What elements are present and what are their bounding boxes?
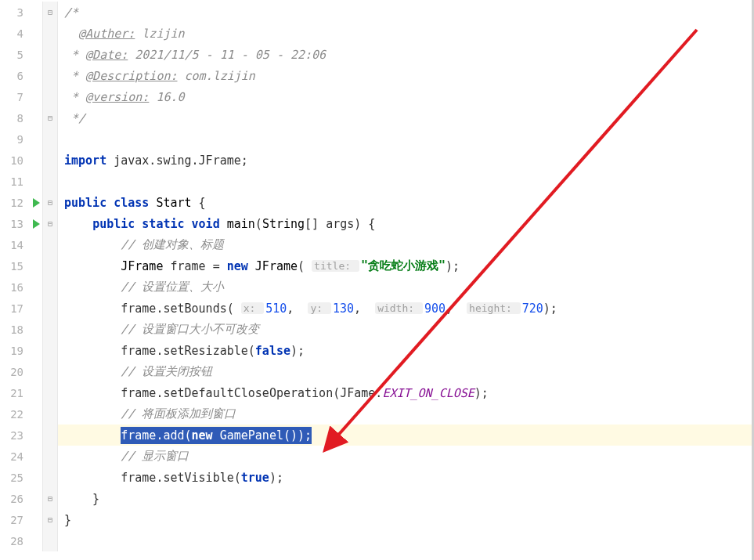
code-line[interactable]: // 显示窗口 xyxy=(58,446,754,467)
token: } xyxy=(64,492,99,506)
token: String xyxy=(262,217,305,231)
token: EXIT_ON_CLOSE xyxy=(382,386,474,400)
line-number: 12 xyxy=(0,197,30,209)
fold-gutter[interactable]: ⊟ xyxy=(42,488,58,509)
play-icon[interactable] xyxy=(33,198,40,208)
fold-icon[interactable]: ⊟ xyxy=(48,114,52,122)
fold-gutter[interactable]: ⊟ xyxy=(42,192,58,213)
token: ); xyxy=(543,302,557,316)
code-line[interactable]: frame.setVisible(true); xyxy=(58,467,754,488)
gutter-line: 21 xyxy=(0,382,58,403)
token: true xyxy=(241,471,269,485)
code-line[interactable]: // 创建对象、标题 xyxy=(58,234,754,255)
fold-icon[interactable]: ⊟ xyxy=(48,220,52,228)
text-selection[interactable]: frame.add(new GamePanel()); xyxy=(121,427,312,444)
token: JFrame xyxy=(255,259,298,273)
token: 130 xyxy=(333,302,354,316)
code-line[interactable]: } xyxy=(58,509,754,530)
fold-gutter[interactable]: ⊟ xyxy=(42,213,58,234)
code-editor[interactable]: 3⊟45678⊟9101112⊟13⊟141516171819202122232… xyxy=(0,0,754,560)
run-gutter-icon[interactable] xyxy=(30,198,42,208)
token xyxy=(64,344,121,358)
token: frame.add( xyxy=(121,428,191,443)
fold-gutter xyxy=(42,150,58,171)
code-line[interactable]: public static void main(String[] args) { xyxy=(58,213,754,234)
code-line[interactable]: // 设置关闭按钮 xyxy=(58,361,754,382)
token: new xyxy=(227,259,255,273)
token: } xyxy=(64,513,71,527)
code-line[interactable]: frame.setBounds( x: 510, y: 130, width: … xyxy=(58,298,754,319)
fold-gutter[interactable]: ⊟ xyxy=(42,2,58,23)
play-icon[interactable] xyxy=(33,219,40,229)
code-line[interactable]: frame.add(new GamePanel()); xyxy=(58,425,754,446)
code-area[interactable]: /* @Auther: lzijin * @Date: 2021/11/5 - … xyxy=(58,0,754,560)
token: // 将面板添加到窗口 xyxy=(121,406,236,421)
code-line[interactable]: } xyxy=(58,488,754,509)
fold-gutter xyxy=(42,65,58,86)
token xyxy=(64,450,121,464)
fold-icon[interactable]: ⊟ xyxy=(48,199,52,207)
gutter-line: 5 xyxy=(0,44,58,65)
fold-icon[interactable]: ⊟ xyxy=(48,9,52,16)
token: , xyxy=(354,302,375,316)
token: y: xyxy=(308,302,330,314)
code-line[interactable] xyxy=(58,171,754,192)
line-number: 17 xyxy=(0,302,30,315)
gutter-line: 27⊟ xyxy=(0,509,58,530)
run-gutter-icon[interactable] xyxy=(30,219,42,229)
code-line[interactable]: frame.setResizable(false); xyxy=(58,340,754,361)
fold-gutter xyxy=(42,446,58,467)
fold-gutter xyxy=(42,128,58,150)
token: @version: xyxy=(85,90,149,104)
line-number: 28 xyxy=(0,535,30,547)
fold-gutter xyxy=(42,86,58,107)
line-number: 3 xyxy=(0,6,30,19)
line-number: 18 xyxy=(0,323,30,336)
code-line[interactable]: @Auther: lzijin xyxy=(58,23,754,44)
fold-gutter xyxy=(42,382,58,403)
code-line[interactable] xyxy=(58,128,754,150)
code-line[interactable]: JFrame frame = new JFrame( title: "贪吃蛇小游… xyxy=(58,255,754,276)
gutter-line: 3⊟ xyxy=(0,2,58,23)
token: frame.setResizable( xyxy=(121,344,255,358)
gutter-line: 20 xyxy=(0,361,58,382)
line-number: 7 xyxy=(0,91,30,103)
fold-gutter[interactable]: ⊟ xyxy=(42,509,58,530)
code-line[interactable]: public class Start { xyxy=(58,192,754,213)
line-number: 20 xyxy=(0,366,30,378)
code-line[interactable]: // 设置窗口大小不可改变 xyxy=(58,319,754,340)
token: height: xyxy=(467,302,521,314)
token: // 设置关闭按钮 xyxy=(121,364,212,379)
fold-gutter xyxy=(42,234,58,255)
token: [] args) { xyxy=(305,217,375,231)
code-line[interactable]: // 将面板添加到窗口 xyxy=(58,403,754,425)
token: // 设置窗口大小不可改变 xyxy=(121,322,259,337)
token: import xyxy=(64,154,114,168)
gutter-line: 11 xyxy=(0,171,58,192)
gutter-line: 17 xyxy=(0,298,58,319)
gutter-line: 26⊟ xyxy=(0,488,58,509)
code-line[interactable]: * @Description: com.lzijin xyxy=(58,65,754,86)
fold-gutter xyxy=(42,467,58,488)
code-line[interactable]: import javax.swing.JFrame; xyxy=(58,150,754,171)
token xyxy=(64,217,92,231)
fold-gutter[interactable]: ⊟ xyxy=(42,107,58,128)
line-number: 8 xyxy=(0,112,30,125)
token: "贪吃蛇小游戏" xyxy=(361,258,446,273)
token xyxy=(64,323,121,337)
gutter-line: 6 xyxy=(0,65,58,86)
token: , xyxy=(446,302,467,316)
code-line[interactable]: */ xyxy=(58,107,754,128)
code-line[interactable]: * @version: 16.0 xyxy=(58,86,754,107)
fold-icon[interactable]: ⊟ xyxy=(48,495,52,503)
gutter-line: 25 xyxy=(0,467,58,488)
fold-gutter xyxy=(42,23,58,44)
code-line[interactable] xyxy=(58,530,754,551)
code-line[interactable]: /* xyxy=(58,2,754,23)
token: ; xyxy=(241,154,248,168)
fold-icon[interactable]: ⊟ xyxy=(48,516,52,524)
code-line[interactable]: frame.setDefaultCloseOperation(JFame.EXI… xyxy=(58,382,754,403)
gutter-line: 7 xyxy=(0,86,58,107)
code-line[interactable]: // 设置位置、大小 xyxy=(58,276,754,298)
code-line[interactable]: * @Date: 2021/11/5 - 11 - 05 - 22:06 xyxy=(58,44,754,65)
